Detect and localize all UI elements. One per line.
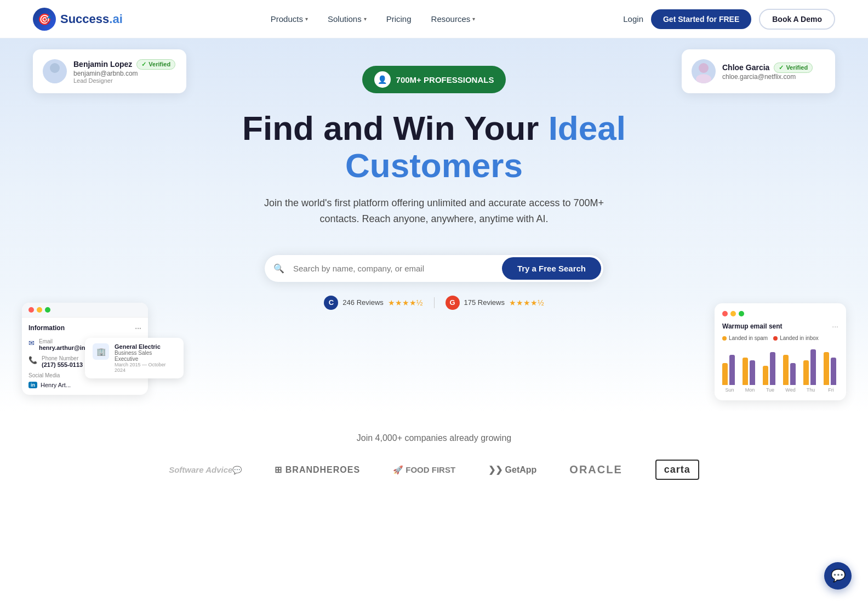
search-input[interactable] (293, 256, 500, 281)
spam-dot (722, 336, 727, 341)
search-bar: 🔍 Try a Free Search (264, 254, 604, 282)
brand-food-first: 🚀 FOOD FIRST (393, 465, 455, 475)
phone-label: Phone Number (42, 355, 83, 361)
label-mon: Mon (743, 387, 757, 393)
bar-wed-orange (783, 355, 789, 385)
chart-window-dots (722, 311, 838, 316)
label-sun: Sun (722, 387, 737, 393)
phone-icon: 📞 (28, 356, 37, 364)
professionals-icon: 👤 (374, 71, 391, 88)
search-icon: 🔍 (265, 263, 293, 274)
bar-thu-purple (810, 349, 816, 385)
benjamin-verified-badge: Verified (136, 59, 175, 70)
chart-yellow-dot (730, 311, 736, 316)
hero-section: Benjamin Lopez Verified benjamin@arbnb.c… (0, 38, 868, 411)
logo-icon: 🎯 (33, 8, 56, 31)
benjamin-role: Lead Designer (73, 77, 176, 84)
benjamin-info: Benjamin Lopez Verified benjamin@arbnb.c… (73, 59, 176, 84)
linkedin-icon: in (28, 382, 37, 388)
phone-value: (217) 555-0113 (42, 361, 83, 368)
spam-legend: Landed in spam (722, 335, 768, 341)
chloe-info: Chloe Garcia Verified chloe.garcia@netfl… (722, 63, 825, 81)
bar-wed-purple (790, 363, 796, 385)
brand-getapp: ❯❯ GetApp (488, 465, 536, 475)
chart-menu-icon[interactable]: ··· (832, 322, 838, 331)
capterra-count: 246 Reviews (342, 298, 383, 307)
solutions-chevron-icon: ▾ (364, 16, 367, 22)
bar-sun (722, 355, 737, 385)
g2-count: 175 Reviews (464, 298, 505, 307)
warmup-chart: Warmup email sent ··· Landed in spam Lan… (715, 303, 846, 400)
label-thu: Thu (803, 387, 818, 393)
chart-red-dot (722, 311, 728, 316)
bar-thu-orange (803, 360, 809, 385)
brand-carta: carta (655, 460, 699, 480)
chart-bars (722, 347, 838, 385)
social-proof-section: Join 4,000+ companies already growing So… (0, 411, 868, 496)
inbox-dot (773, 336, 778, 341)
brand-brandheroes: ⊞ BRANDHEROES (275, 465, 360, 475)
capterra-stars: ★★★★½ (388, 298, 423, 307)
bar-sun-purple (729, 355, 735, 385)
chart-day-labels: Sun Mon Tue Wed Thu Fri (722, 387, 838, 393)
capterra-review: C 246 Reviews ★★★★½ (324, 296, 422, 310)
bar-thu (803, 349, 818, 385)
logo-text: Success.ai (60, 12, 123, 26)
ge-role: Business Sales Executive (115, 350, 176, 362)
get-started-button[interactable]: Get Started for FREE (651, 9, 751, 29)
svg-point-2 (699, 63, 709, 73)
ge-card: 🏢 General Electric Business Sales Execut… (85, 338, 184, 378)
info-panel-header (22, 303, 148, 318)
chat-button[interactable]: 💬 (824, 562, 852, 590)
bar-fri (824, 352, 838, 385)
svg-point-3 (696, 74, 711, 83)
professionals-badge: 👤 700M+ PROFESSIONALS (362, 66, 506, 93)
floating-cards-top: Benjamin Lopez Verified benjamin@arbnb.c… (33, 38, 835, 93)
ge-date: March 2015 — October 2024 (115, 362, 176, 373)
chart-title: Warmup email sent (722, 322, 783, 330)
info-title: Information ··· (28, 324, 141, 333)
products-chevron-icon: ▾ (305, 16, 308, 22)
nav-products[interactable]: Products ▾ (271, 14, 308, 24)
benjamin-profile-card: Benjamin Lopez Verified benjamin@arbnb.c… (33, 49, 186, 93)
professionals-text: 700M+ PROFESSIONALS (396, 75, 494, 84)
book-demo-button[interactable]: Book A Demo (759, 9, 835, 30)
resources-chevron-icon: ▾ (472, 16, 475, 22)
ge-info: General Electric Business Sales Executiv… (115, 343, 176, 373)
g2-review: G 175 Reviews ★★★★½ (446, 296, 544, 310)
bar-tue (763, 352, 778, 385)
logo[interactable]: 🎯 Success.ai (33, 8, 123, 31)
spam-label: Landed in spam (729, 335, 768, 341)
label-wed: Wed (783, 387, 798, 393)
hero-subtitle: Join the world's first platform offering… (248, 195, 620, 227)
bar-mon (743, 358, 757, 385)
chart-header: Warmup email sent ··· (722, 322, 838, 331)
inbox-legend: Landed in inbox (773, 335, 819, 341)
chart-green-dot (739, 311, 744, 316)
chloe-avatar (692, 59, 716, 83)
nav-actions: Login Get Started for FREE Book A Demo (623, 9, 835, 30)
nav-resources[interactable]: Resources ▾ (431, 14, 476, 24)
review-divider (434, 297, 435, 308)
info-menu-icon[interactable]: ··· (135, 324, 141, 333)
try-search-button[interactable]: Try a Free Search (502, 257, 601, 280)
hero-title: Find and Win Your Ideal Customers (33, 110, 835, 184)
search-bar-wrap: 🔍 Try a Free Search (33, 254, 835, 282)
navbar: 🎯 Success.ai Products ▾ Solutions ▾ Pric… (0, 0, 868, 38)
social-row: in Henry Art... (28, 382, 141, 388)
nav-pricing[interactable]: Pricing (386, 14, 412, 24)
bar-mon-orange (743, 358, 748, 385)
benjamin-email: benjamin@arbnb.com (73, 70, 176, 77)
chloe-email: chloe.garcia@netflix.com (722, 73, 825, 81)
bar-fri-orange (824, 352, 829, 385)
hero-text: Find and Win Your Ideal Customers Join t… (33, 93, 835, 254)
login-button[interactable]: Login (623, 14, 643, 24)
label-fri: Fri (824, 387, 838, 393)
chloe-verified-badge: Verified (774, 63, 813, 73)
green-dot (45, 307, 50, 313)
ge-icon: 🏢 (93, 343, 109, 360)
bar-wed (783, 355, 798, 385)
nav-solutions[interactable]: Solutions ▾ (328, 14, 367, 24)
benjamin-name: Benjamin Lopez (73, 60, 132, 69)
brand-oracle: ORACLE (569, 463, 622, 476)
